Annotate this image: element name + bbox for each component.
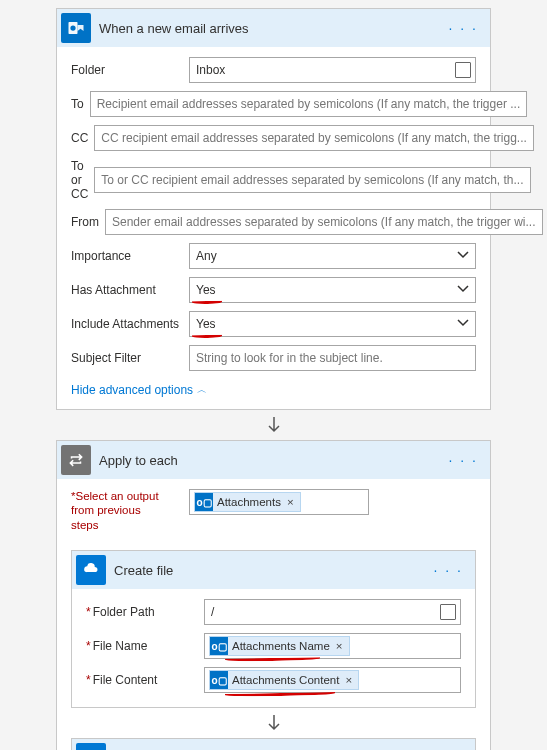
outlook-icon <box>61 13 91 43</box>
timer-icon <box>76 743 106 750</box>
folder-label: Folder <box>71 63 189 77</box>
create-file-card: Create file · · · Folder Path / File Nam… <box>71 550 476 708</box>
toorcc-input[interactable]: To or CC recipient email addresses separ… <box>94 167 530 193</box>
to-row: To Recipient email addresses separated b… <box>71 91 476 117</box>
filename-tokenbox[interactable]: o▢ Attachments Name × <box>204 633 461 659</box>
folderpath-label: Folder Path <box>86 605 204 619</box>
attachments-token[interactable]: o▢ Attachments × <box>194 492 301 512</box>
apply-to-each-title: Apply to each <box>91 453 437 468</box>
importance-select[interactable]: Any <box>189 243 476 269</box>
outlook-icon: o▢ <box>195 493 213 511</box>
cc-row: CC CC recipient email addresses separate… <box>71 125 476 151</box>
includeatt-label: Include Attachments <box>71 317 189 331</box>
trigger-header[interactable]: When a new email arrives · · · <box>57 9 490 47</box>
chevron-down-icon <box>457 283 469 298</box>
chevron-down-icon <box>457 317 469 332</box>
hasattachment-row: Has Attachment Yes <box>71 277 476 303</box>
delay-card: Delay · · · Count 5 Unit Second <box>71 738 476 750</box>
trigger-card: When a new email arrives · · · Folder In… <box>56 8 491 410</box>
loop-icon <box>61 445 91 475</box>
includeatt-row: Include Attachments Yes <box>71 311 476 337</box>
delay-header[interactable]: Delay · · · <box>72 739 475 750</box>
apply-to-each-card: Apply to each · · · *Select an output fr… <box>56 440 491 750</box>
importance-row: Importance Any <box>71 243 476 269</box>
select-output-tokenbox[interactable]: o▢ Attachments × <box>189 489 369 515</box>
from-label: From <box>71 215 105 229</box>
connector-arrow <box>71 714 476 732</box>
includeatt-select[interactable]: Yes <box>189 311 476 337</box>
importance-label: Importance <box>71 249 189 263</box>
trigger-title: When a new email arrives <box>91 21 437 36</box>
remove-token-icon[interactable]: × <box>334 640 349 652</box>
subject-input[interactable]: String to look for in the subject line. <box>189 345 476 371</box>
folder-input[interactable]: Inbox <box>189 57 476 83</box>
outlook-icon: o▢ <box>210 637 228 655</box>
create-file-menu-button[interactable]: · · · <box>422 562 475 578</box>
svg-point-1 <box>70 25 75 30</box>
chevron-up-icon: ︿ <box>197 383 207 397</box>
from-row: From Sender email addresses separated by… <box>71 209 476 235</box>
apply-to-each-menu-button[interactable]: · · · <box>437 452 490 468</box>
from-input[interactable]: Sender email addresses separated by semi… <box>105 209 543 235</box>
cc-input[interactable]: CC recipient email addresses separated b… <box>94 125 534 151</box>
filecontent-row: File Content o▢ Attachments Content × <box>86 667 461 693</box>
chevron-down-icon <box>457 249 469 264</box>
to-input[interactable]: Recipient email addresses separated by s… <box>90 91 528 117</box>
remove-token-icon[interactable]: × <box>285 496 300 508</box>
folder-picker-icon[interactable] <box>455 62 471 78</box>
filename-row: File Name o▢ Attachments Name × <box>86 633 461 659</box>
cc-label: CC <box>71 131 94 145</box>
remove-token-icon[interactable]: × <box>343 674 358 686</box>
filecontent-tokenbox[interactable]: o▢ Attachments Content × <box>204 667 461 693</box>
apply-to-each-header[interactable]: Apply to each · · · <box>57 441 490 479</box>
annotation-mark <box>225 691 335 697</box>
toorcc-label: To or CC <box>71 159 94 201</box>
annotation-mark <box>225 656 320 662</box>
annotation-mark <box>192 334 222 339</box>
trigger-menu-button[interactable]: · · · <box>437 20 490 36</box>
filecontent-label: File Content <box>86 673 204 687</box>
subject-label: Subject Filter <box>71 351 189 365</box>
create-file-header[interactable]: Create file · · · <box>72 551 475 589</box>
create-file-title: Create file <box>106 563 422 578</box>
attachments-name-token[interactable]: o▢ Attachments Name × <box>209 636 350 656</box>
folder-picker-icon[interactable] <box>440 604 456 620</box>
hasattachment-select[interactable]: Yes <box>189 277 476 303</box>
folder-row: Folder Inbox <box>71 57 476 83</box>
outlook-icon: o▢ <box>210 671 228 689</box>
subject-row: Subject Filter String to look for in the… <box>71 345 476 371</box>
folderpath-input[interactable]: / <box>204 599 461 625</box>
hasattachment-label: Has Attachment <box>71 283 189 297</box>
select-output-label: *Select an output from previous steps <box>71 489 167 532</box>
connector-arrow <box>0 416 547 434</box>
attachments-content-token[interactable]: o▢ Attachments Content × <box>209 670 359 690</box>
onedrive-icon <box>76 555 106 585</box>
select-output-row: *Select an output from previous steps o▢… <box>71 489 476 532</box>
toorcc-row: To or CC To or CC recipient email addres… <box>71 159 476 201</box>
to-label: To <box>71 97 90 111</box>
filename-label: File Name <box>86 639 204 653</box>
hide-advanced-link[interactable]: Hide advanced options ︿ <box>71 383 207 397</box>
annotation-mark <box>192 300 222 305</box>
folderpath-row: Folder Path / <box>86 599 461 625</box>
